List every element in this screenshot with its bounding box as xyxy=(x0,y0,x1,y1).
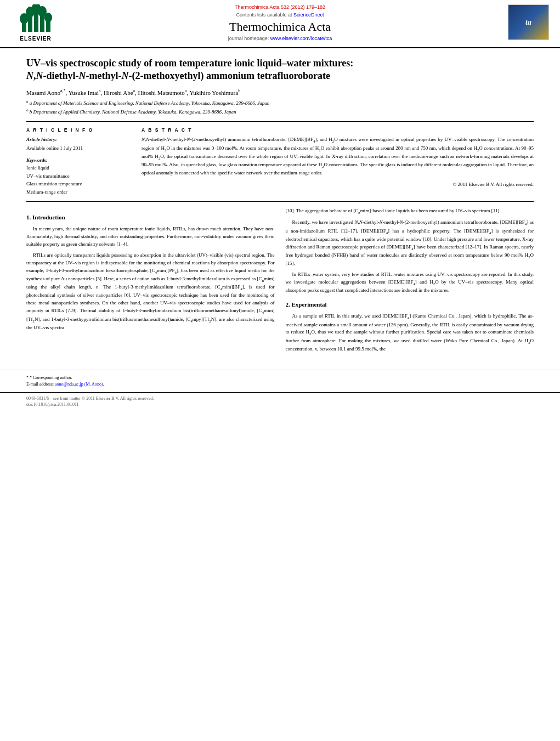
doi-line: doi:10.1016/j.tca.2011.06.011 xyxy=(26,402,534,407)
bottom-bar: 0040-6031/$ – see front matter © 2011 El… xyxy=(0,392,560,409)
article-history: Article history: Available online 1 July… xyxy=(26,136,131,152)
abstract-text: N,N-diethyl-N-methyl-N-(2-methoxyethyl) … xyxy=(142,136,534,177)
section2-heading: 2. Experimental xyxy=(286,300,534,309)
article-title: UV–vis spectroscopic study of room tempe… xyxy=(26,57,534,83)
journal-header: ELSEVIER Thermochimica Acta 532 (2012) 1… xyxy=(0,0,560,48)
article-info-label: A R T I C L E I N F O xyxy=(26,127,131,133)
svg-rect-2 xyxy=(34,10,38,32)
copyright: © 2011 Elsevier B.V. All rights reserved… xyxy=(142,182,534,187)
svg-rect-1 xyxy=(28,15,32,32)
contents-line: Contents lists available at ScienceDirec… xyxy=(71,12,489,18)
experimental-para1: As a sample of RTIL in this study, we us… xyxy=(286,313,534,353)
keywords-label: Keywords: xyxy=(26,157,131,163)
journal-logo-right: ta xyxy=(500,4,549,40)
chemical-word: Chemical xyxy=(428,313,447,319)
article-footer: * * Corresponding author. E-mail address… xyxy=(0,370,560,392)
article-content: UV–vis spectroscopic study of room tempe… xyxy=(0,48,560,365)
footnote-corresponding: * Corresponding author. xyxy=(30,375,72,380)
intro-para1: In recent years, the unique nature of ro… xyxy=(26,225,275,248)
journal-title: Thermochimica Acta xyxy=(71,20,489,34)
issn-line: 0040-6031/$ – see front matter © 2011 El… xyxy=(26,396,534,401)
divider2 xyxy=(26,201,534,202)
intro-para2: RTILs are optically transparent liquids … xyxy=(26,252,275,332)
homepage-url[interactable]: www.elsevier.com/locate/tca xyxy=(270,36,332,41)
divider xyxy=(26,121,534,122)
available-online: Available online 1 July 2011 xyxy=(26,145,131,152)
svg-point-9 xyxy=(44,13,52,22)
email-label: E-mail address: xyxy=(26,382,54,387)
sciencedirect-link[interactable]: ScienceDirect xyxy=(293,12,324,18)
footnote: * * Corresponding author. E-mail address… xyxy=(26,375,534,388)
elsevier-tree-icon xyxy=(19,4,52,35)
abstract-col: A B S T R A C T N,N-diethyl-N-methyl-N-(… xyxy=(142,127,534,196)
right-para2: Recently, we have investigated N,N-dieth… xyxy=(286,219,534,268)
section1-heading: 1. Introduction xyxy=(26,213,275,222)
body-columns: 1. Introduction In recent years, the uni… xyxy=(26,207,534,357)
keyword-2: UV–vis transmittance xyxy=(26,172,131,180)
keyword-4: Medium-range order xyxy=(26,188,131,196)
journal-ref: Thermochimica Acta 532 (2012) 179–182 xyxy=(71,4,489,10)
journal-homepage: journal homepage: www.elsevier.com/locat… xyxy=(71,36,489,41)
history-label: Article history: xyxy=(26,136,131,144)
elsevier-logo: ELSEVIER xyxy=(11,4,60,42)
elsevier-label: ELSEVIER xyxy=(20,36,51,42)
footnote-star: * xyxy=(26,375,29,380)
article-info-col: A R T I C L E I N F O Article history: A… xyxy=(26,127,131,196)
abstract-label: A B S T R A C T xyxy=(142,127,534,133)
keywords-list: Ionic liquid UV–vis transmittance Glass … xyxy=(26,164,131,196)
body-right-col: [10]. The aggregation behavior of [Cnmim… xyxy=(286,207,534,357)
ta-logo-icon: ta xyxy=(508,4,549,40)
right-para3: In RTILs–water system, very few studies … xyxy=(286,271,534,295)
page: ELSEVIER Thermochimica Acta 532 (2012) 1… xyxy=(0,0,560,741)
right-para1: [10]. The aggregation behavior of [Cnmim… xyxy=(286,207,534,216)
authors: Masami Aonoa,*, Yusuke Imaia, Hiroshi Ab… xyxy=(26,88,534,96)
body-left-col: 1. Introduction In recent years, the uni… xyxy=(26,207,275,357)
keywords-block: Keywords: Ionic liquid UV–vis transmitta… xyxy=(26,157,131,196)
affiliations: a a Department of Materials Science and … xyxy=(26,99,534,116)
info-abstract-section: A R T I C L E I N F O Article history: A… xyxy=(26,127,534,196)
keyword-1: Ionic liquid xyxy=(26,164,131,172)
email-value[interactable]: aono@nda.ac.jp (M. Aono). xyxy=(55,382,104,387)
journal-center: Thermochimica Acta 532 (2012) 179–182 Co… xyxy=(60,4,500,41)
keyword-3: Glass transition temperature xyxy=(26,180,131,188)
